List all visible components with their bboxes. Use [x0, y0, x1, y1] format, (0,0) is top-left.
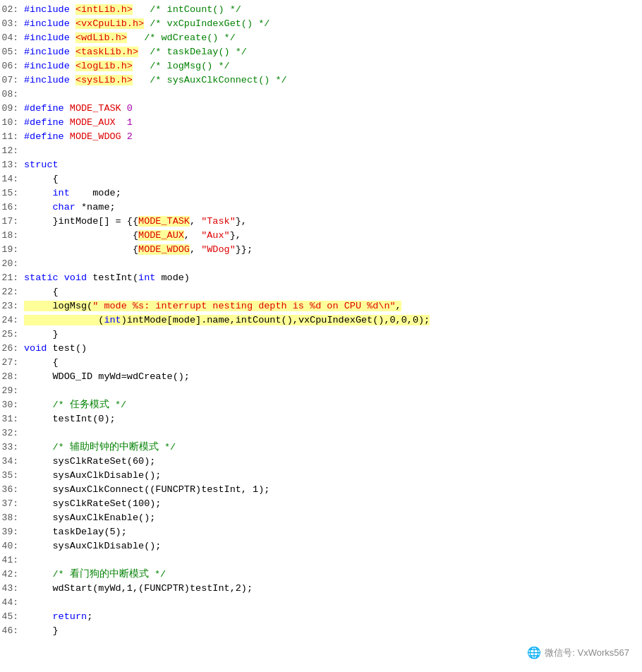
line-content: void test()	[24, 342, 642, 356]
code-token: sysAuxClkConnect((FUNCPTR)testInt, 1);	[24, 484, 269, 495]
line-number: 41:	[0, 553, 21, 568]
line-number: 22:	[0, 285, 21, 299]
line-content: #include <wdLib.h> /* wdCreate() */	[24, 31, 642, 45]
table-row: 15: int mode;	[0, 186, 642, 200]
line-number: 16:	[0, 200, 21, 215]
line-content: return;	[24, 610, 642, 624]
table-row: 31: testInt(0);	[0, 412, 642, 426]
code-token: char	[53, 202, 75, 212]
table-row: 32:	[0, 426, 642, 440]
line-number: 08:	[0, 88, 21, 102]
code-token	[24, 188, 53, 198]
code-token: void	[24, 343, 53, 354]
line-content: #include <taskLib.h> /* taskDelay() */	[24, 45, 642, 59]
line-number: 18:	[0, 229, 21, 243]
code-token: static	[24, 272, 64, 283]
table-row: 43: wdStart(myWd,1,(FUNCPTR)testInt,2);	[0, 582, 642, 596]
line-number: 36:	[0, 483, 21, 497]
code-token: 2	[121, 131, 133, 142]
code-token: }	[24, 625, 59, 636]
code-token: struct	[24, 160, 59, 170]
code-token: return	[53, 611, 87, 622]
line-content: testInt(0);	[24, 412, 642, 426]
code-token: "Task"	[201, 216, 236, 227]
line-content: (int)intMode[mode].name,intCount(),vxCpu…	[24, 313, 642, 328]
table-row: 28: WDOG_ID myWd=wdCreate();	[0, 370, 642, 384]
table-row: 08:	[0, 88, 642, 102]
line-number: 46:	[0, 624, 21, 638]
line-content: {	[24, 356, 642, 370]
line-number: 34:	[0, 455, 21, 469]
table-row: 14: {	[0, 172, 642, 186]
line-content	[24, 144, 642, 158]
code-token: taskDelay(5);	[24, 527, 127, 537]
table-row: 04:#include <wdLib.h> /* wdCreate() */	[0, 31, 642, 45]
code-token: test()	[53, 343, 87, 354]
code-token: " mode %s: interrupt nesting depth is %d…	[92, 301, 395, 311]
line-number: 40:	[0, 539, 21, 553]
line-content	[24, 384, 642, 398]
code-token: sysClkRateSet(100);	[24, 498, 161, 509]
code-token: {	[24, 287, 59, 297]
line-content: /* 辅助时钟的中断模式 */	[24, 440, 642, 455]
table-row: 21:static void testInt(int mode)	[0, 271, 642, 285]
table-row: 18: {MODE_AUX, "Aux"},	[0, 229, 642, 243]
line-content: struct	[24, 158, 642, 172]
line-number: 15:	[0, 186, 21, 200]
table-row: 09:#define MODE_TASK 0	[0, 102, 642, 116]
code-token: /* taskDelay() */	[138, 47, 247, 57]
line-number: 07:	[0, 73, 21, 88]
code-token: void	[64, 272, 93, 283]
code-token: mode;	[70, 188, 121, 198]
line-content: {	[24, 172, 642, 186]
code-token: ,	[190, 216, 201, 227]
code-token: sysAuxClkDisable();	[24, 541, 161, 551]
code-token: 0	[121, 103, 133, 114]
table-row: 16: char *name;	[0, 200, 642, 215]
code-token: #include	[24, 32, 75, 43]
line-content: int mode;	[24, 186, 642, 200]
table-row: 36: sysAuxClkConnect((FUNCPTR)testInt, 1…	[0, 483, 642, 497]
table-row: 29:	[0, 384, 642, 398]
line-number: 10:	[0, 116, 21, 130]
line-number: 19:	[0, 243, 21, 257]
table-row: 10:#define MODE_AUX 1	[0, 116, 642, 130]
code-token: /* 看门狗的中断模式 */	[53, 569, 166, 580]
line-content: {	[24, 285, 642, 299]
code-token: sysAuxClkEnable();	[24, 512, 155, 523]
line-content: {MODE_WDOG, "WDog"}};	[24, 243, 642, 257]
line-content: #define MODE_WDOG 2	[24, 130, 642, 144]
line-content: #include <intLib.h> /* intCount() */	[24, 3, 642, 17]
code-token: 1	[121, 117, 133, 128]
table-row: 37: sysClkRateSet(100);	[0, 497, 642, 511]
line-number: 39:	[0, 525, 21, 539]
line-content: wdStart(myWd,1,(FUNCPTR)testInt,2);	[24, 582, 642, 596]
code-token: int	[138, 272, 155, 283]
table-row: 13:struct	[0, 158, 642, 172]
line-number: 05:	[0, 45, 21, 59]
line-content	[24, 596, 642, 610]
code-token: MODE_TASK	[138, 216, 190, 227]
code-token: ,	[190, 244, 201, 255]
watermark-label: 微信号: VxWorks567	[545, 647, 629, 659]
line-number: 03:	[0, 17, 21, 31]
code-token: int	[104, 315, 121, 325]
watermark: 🌐 微信号: VxWorks567	[527, 646, 629, 659]
table-row: 42: /* 看门狗的中断模式 */	[0, 568, 642, 582]
code-token: MODE_AUX	[70, 117, 121, 128]
table-row: 05:#include <taskLib.h> /* taskDelay() *…	[0, 45, 642, 59]
code-token	[24, 611, 53, 622]
code-lines: 02:#include <intLib.h> /* intCount() */0…	[0, 3, 642, 638]
line-content: }	[24, 328, 642, 342]
code-token: MODE_WDOG	[70, 131, 121, 142]
line-content: }intMode[] = {{MODE_TASK, "Task"},	[24, 215, 642, 229]
code-token	[24, 202, 53, 212]
table-row: 38: sysAuxClkEnable();	[0, 511, 642, 525]
code-token: }intMode[] = {{	[24, 216, 138, 227]
table-row: 06:#include <logLib.h> /* logMsg() */	[0, 59, 642, 73]
line-content	[24, 553, 642, 568]
table-row: 26:void test()	[0, 342, 642, 356]
table-row: 30: /* 任务模式 */	[0, 398, 642, 412]
line-number: 42:	[0, 568, 21, 582]
code-token: {	[24, 230, 138, 241]
